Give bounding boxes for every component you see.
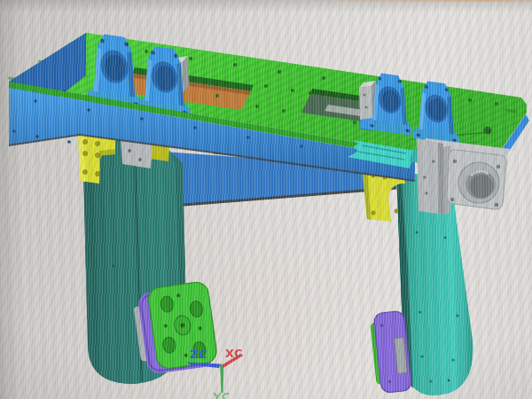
y-axis-label: YC	[212, 390, 231, 399]
cad-3d-viewport[interactable]: ZC XC YC	[0, 0, 532, 399]
monitor-photo: ZC XC YC	[0, 0, 532, 399]
right-foot-plate[interactable]	[369, 310, 411, 394]
y-axis-arrow[interactable]	[220, 365, 223, 393]
x-axis-label: XC	[225, 347, 243, 360]
z-axis-label: ZC	[190, 348, 207, 361]
gearbox[interactable]	[417, 138, 510, 215]
